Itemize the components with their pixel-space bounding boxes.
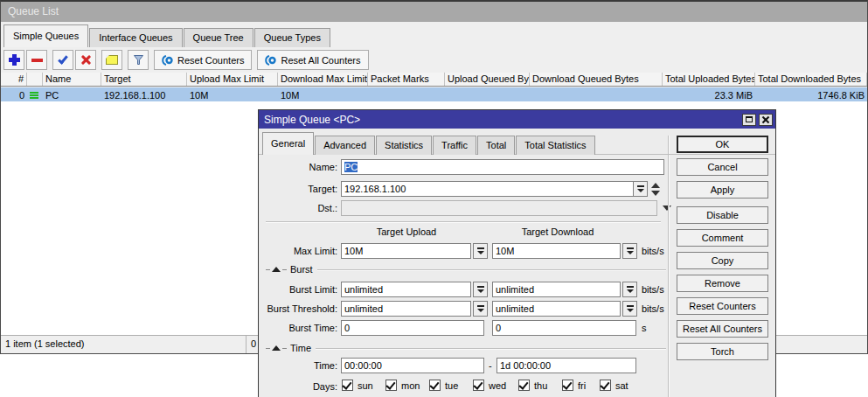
apply-button[interactable]: Apply xyxy=(677,181,768,198)
checkbox-sat[interactable] xyxy=(600,380,611,391)
cell-packet-marks xyxy=(368,87,445,101)
burst-limit-unit: bits/s xyxy=(642,282,664,297)
copy-button[interactable]: Copy xyxy=(677,252,768,269)
tab-queue-tree[interactable]: Queue Tree xyxy=(184,28,253,47)
burst-limit-download-dropdown[interactable] xyxy=(622,282,637,297)
col-number[interactable]: # xyxy=(1,73,27,86)
close-button[interactable] xyxy=(759,114,773,126)
reset-counters-button[interactable]: Reset Counters xyxy=(154,50,252,70)
reset-all-counters-button[interactable]: Reset All Counters xyxy=(677,320,768,338)
col-target[interactable]: Target xyxy=(101,73,187,86)
cancel-button[interactable]: Cancel xyxy=(677,158,768,176)
checkbox-tue[interactable] xyxy=(429,380,441,391)
remove-button[interactable] xyxy=(26,50,47,70)
arrow-down-icon[interactable] xyxy=(651,191,660,196)
day-fri-label: fri xyxy=(578,380,586,392)
burst-time-upload-field[interactable]: 0 xyxy=(341,320,484,336)
reset-counters-button[interactable]: Reset Counters xyxy=(677,297,768,315)
max-limit-download-dropdown[interactable] xyxy=(622,243,637,259)
tab-advanced[interactable]: Advanced xyxy=(315,136,375,155)
queue-list-titlebar[interactable]: Queue List xyxy=(1,2,867,22)
burst-limit-upload-dropdown[interactable] xyxy=(473,282,488,297)
checkbox-sun[interactable] xyxy=(342,380,353,391)
comment-button[interactable]: Comment xyxy=(677,229,768,247)
collapse-icon[interactable] xyxy=(272,267,281,272)
reset-all-counters-button[interactable]: Reset All Counters xyxy=(257,50,368,70)
dialog-titlebar[interactable]: Simple Queue <PC> xyxy=(259,110,775,129)
target-field[interactable]: 192.168.1.100 xyxy=(341,181,648,197)
dst-field[interactable] xyxy=(341,200,657,216)
tab-total-statistics[interactable]: Total Statistics xyxy=(516,136,594,155)
remove-button[interactable]: Remove xyxy=(677,275,768,292)
burst-threshold-download-dropdown[interactable] xyxy=(622,301,637,317)
cell-upload-queued xyxy=(445,87,530,101)
simple-queue-icon xyxy=(30,92,38,94)
tab-simple-queues[interactable]: Simple Queues xyxy=(3,24,88,47)
disable-button[interactable]: Disable xyxy=(677,206,768,224)
col-name[interactable]: Name xyxy=(43,73,101,86)
burst-group-label: Burst xyxy=(287,264,317,275)
cell-upload-max-limit: 10M xyxy=(187,87,278,101)
checkbox-mon[interactable] xyxy=(385,380,397,391)
target-dropdown-button[interactable] xyxy=(633,181,648,197)
target-download-header: Target Download xyxy=(492,226,623,238)
checkbox-fri[interactable] xyxy=(562,380,573,391)
time-to-field[interactable]: 1d 00:00:00 xyxy=(496,358,636,373)
col-download-max-limit[interactable]: Download Max Limit xyxy=(278,73,368,86)
tab-interface-queues[interactable]: Interface Queues xyxy=(89,28,182,47)
dropdown-icon xyxy=(627,289,634,293)
time-separator: - xyxy=(489,358,492,373)
table-header[interactable]: # Name Target Upload Max Limit Download … xyxy=(1,73,867,87)
col-upload-queued-bytes[interactable]: Upload Queued Bytes xyxy=(445,73,530,86)
max-limit-download-field[interactable]: 10M xyxy=(492,243,621,259)
add-button[interactable] xyxy=(3,50,24,70)
tab-queue-types[interactable]: Queue Types xyxy=(254,28,330,47)
table-row[interactable]: 0 PC 192.168.1.100 10M 10M 23.3 MiB 1746… xyxy=(1,87,867,101)
reset-icon xyxy=(265,55,277,66)
tab-general[interactable]: General xyxy=(262,132,314,155)
collapse-icon[interactable] xyxy=(272,345,281,351)
day-sat-label: sat xyxy=(615,380,628,392)
disable-button[interactable] xyxy=(75,50,96,70)
burst-threshold-download-field[interactable]: unlimited xyxy=(492,301,621,317)
checkbox-thu[interactable] xyxy=(518,380,530,391)
day-thu-label: thu xyxy=(534,380,547,392)
tab-traffic[interactable]: Traffic xyxy=(433,136,476,155)
dropdown-icon xyxy=(627,309,634,312)
col-icon[interactable] xyxy=(27,73,43,86)
target-upload-header: Target Upload xyxy=(341,226,472,238)
tab-statistics[interactable]: Statistics xyxy=(376,136,432,155)
filter-button[interactable] xyxy=(128,50,149,70)
time-group-label: Time xyxy=(287,343,316,353)
target-label: Target: xyxy=(259,181,337,197)
dropdown-icon xyxy=(637,189,644,192)
max-limit-upload-field[interactable]: 10M xyxy=(341,243,471,259)
burst-limit-download-field[interactable]: unlimited xyxy=(492,282,621,297)
enable-button[interactable] xyxy=(52,50,73,70)
plus-icon xyxy=(9,54,20,66)
time-from-field[interactable]: 00:00:00 xyxy=(341,358,484,373)
burst-time-download-field[interactable]: 0 xyxy=(492,320,636,336)
burst-limit-upload-field[interactable]: unlimited xyxy=(341,282,471,297)
ok-button[interactable]: OK xyxy=(677,136,768,153)
tab-total[interactable]: Total xyxy=(477,136,515,155)
max-limit-upload-dropdown[interactable] xyxy=(473,243,488,259)
torch-button[interactable]: Torch xyxy=(677,343,768,360)
burst-threshold-upload-dropdown[interactable] xyxy=(473,301,488,317)
dialog-title: Simple Queue <PC> xyxy=(264,114,740,126)
dst-dropdown-icon[interactable] xyxy=(663,205,671,211)
col-upload-max-limit[interactable]: Upload Max Limit xyxy=(187,73,278,86)
cell-target: 192.168.1.100 xyxy=(101,87,187,101)
name-field[interactable]: PC xyxy=(341,159,664,175)
col-packet-marks[interactable]: Packet Marks xyxy=(368,73,445,86)
arrow-up-icon[interactable] xyxy=(651,183,660,188)
comment-button[interactable] xyxy=(101,50,122,70)
dst-label: Dst.: xyxy=(259,200,337,216)
checkbox-wed[interactable] xyxy=(473,380,484,391)
col-download-queued-bytes[interactable]: Download Queued Bytes xyxy=(530,73,663,86)
maximize-button[interactable] xyxy=(742,114,756,126)
col-total-downloaded-bytes[interactable]: Total Downloaded Bytes xyxy=(755,73,867,86)
burst-threshold-upload-field[interactable]: unlimited xyxy=(341,301,471,317)
note-icon xyxy=(106,55,118,65)
col-total-uploaded-bytes[interactable]: Total Uploaded Bytes xyxy=(663,73,755,86)
